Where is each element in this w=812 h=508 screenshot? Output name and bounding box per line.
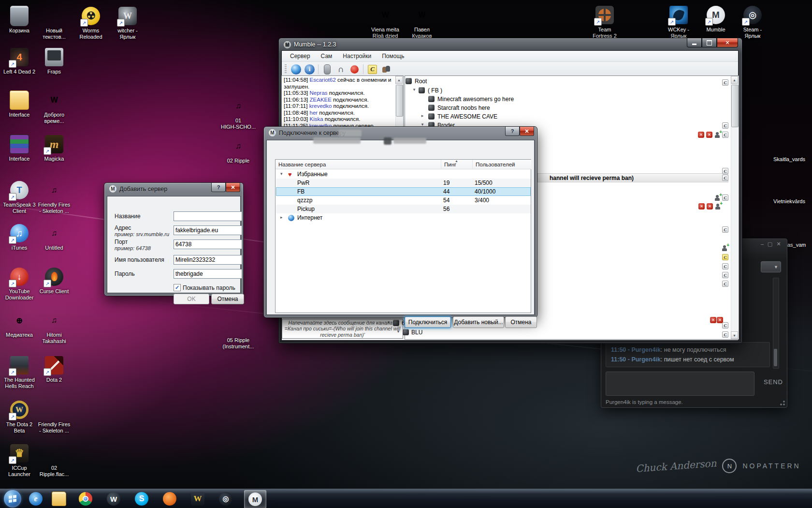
resize-grip[interactable] (780, 400, 785, 406)
occluded-desktop-icon-label[interactable]: as_vam (787, 242, 806, 248)
desktop-icon[interactable]: W ↗ Павел Кудаков (404, 5, 440, 39)
field-input[interactable] (174, 239, 242, 249)
server-name[interactable]: Избранные (297, 171, 328, 178)
server-row[interactable]: ▾ Избранные (276, 170, 531, 179)
taskbar-app-button[interactable]: S (131, 490, 152, 508)
desktop-icon[interactable]: ♫ ↗ Untitled (36, 223, 72, 251)
desktop-icon[interactable]: ↗ The Haunted Hells Reach (1, 355, 38, 389)
taskbar-app-button[interactable] (48, 490, 70, 508)
selected-channel-label[interactable]: hannel will recieve perma ban) (550, 175, 634, 181)
desktop-icon[interactable]: ♫ ↗ 01 HIGH-SCHO... (220, 96, 257, 130)
desktop-icon[interactable]: M ↗ Mumble (697, 5, 734, 33)
server-row[interactable]: FB 44 40/1000 (276, 187, 531, 196)
send-button[interactable]: SEND (764, 378, 783, 386)
maximize-button[interactable] (702, 38, 717, 47)
ok-button[interactable]: OK (174, 294, 209, 304)
record-icon[interactable] (350, 65, 359, 74)
desktop-icon[interactable]: W ↗ Viena meita Rīgā dzied (367, 5, 404, 39)
server-table[interactable]: Название сервера ▲Пинг Пользователей ▾ И… (275, 159, 531, 313)
desktop-icon[interactable]: ↗ Curse Client (36, 267, 72, 295)
taskbar-app-button[interactable] (159, 490, 180, 508)
server-name[interactable]: Интернет (297, 214, 322, 221)
column-header-name[interactable]: Название сервера (276, 160, 441, 169)
server-name[interactable]: FB (297, 188, 304, 195)
desktop-icon[interactable]: ↓ ↗ YouTube Downloader (1, 267, 38, 301)
mute-microphone-icon[interactable] (324, 64, 331, 75)
menu-item[interactable]: Настройки (337, 52, 377, 60)
desktop-icon[interactable]: ⊕ ↗ Медиатека (1, 310, 38, 338)
column-header-ping[interactable]: ▲Пинг (441, 160, 473, 169)
server-name[interactable]: qzzzp (297, 197, 312, 204)
desktop-icon[interactable]: 4 ↗ Left 4 Dead 2 (1, 47, 38, 75)
group-expand-icon[interactable]: ▾ (280, 171, 283, 176)
help-button[interactable]: ? (211, 183, 226, 192)
server-row[interactable]: Pickup 56 (276, 205, 531, 213)
close-button[interactable]: ✕ (717, 38, 738, 47)
desktop-icon[interactable]: ☢ ↗ Worms Reloaded (72, 6, 109, 40)
taskbar-app-button[interactable] (75, 490, 96, 508)
field-input[interactable] (174, 255, 242, 265)
server-row[interactable]: PwR 19 15/500 (276, 179, 531, 187)
taskbar-app-button[interactable]: W (187, 490, 208, 508)
maximize-icon[interactable]: ▢ (767, 241, 773, 247)
desktop-icon[interactable]: ♫ ↗ Friendly Fires - Skeleton ... (36, 180, 72, 214)
desktop-icon[interactable]: ↗ Interface (1, 90, 38, 118)
log-username-link[interactable]: ZEAKEE (310, 97, 332, 103)
close-icon[interactable]: ✕ (775, 241, 782, 247)
deafen-headphones-icon[interactable]: ∩ (336, 64, 346, 75)
desktop-icon[interactable]: W ↗ witcher - Ярлык (109, 6, 146, 40)
group-expand-icon[interactable]: ▸ (280, 215, 283, 220)
desktop-icon[interactable]: ↗ 02 Ripple.flac... (36, 443, 72, 478)
log-username-link[interactable]: Nepras (310, 90, 328, 96)
chat-options-dropdown[interactable]: ▼ (761, 261, 781, 272)
chat-scrollbar[interactable] (773, 278, 779, 369)
server-info-icon[interactable]: i (304, 64, 315, 75)
toolbar-grip[interactable] (285, 64, 287, 74)
desktop-icon[interactable]: ♫ ↗ 02 Ripple (220, 136, 257, 164)
taskbar-app-button[interactable]: W (103, 490, 124, 508)
desktop-icon[interactable]: ↗ Interface (1, 134, 38, 162)
desktop-icon[interactable]: ↗ Корзина (1, 6, 38, 34)
taskbar-app-button[interactable]: ◎ (215, 490, 236, 508)
desktop-icon[interactable]: 99 ↗ Fraps (36, 47, 72, 75)
desktop-icon[interactable]: T ↗ TeamSpeak 3 Client (1, 180, 38, 214)
server-name[interactable]: Pickup (297, 206, 315, 212)
desktop-icon[interactable]: ↗ Friendly Fires - Skeleton ... (36, 400, 72, 434)
menu-item[interactable]: Сам (316, 52, 338, 60)
desktop-icon[interactable]: ↗ WCKey - Ярлык (660, 5, 697, 39)
server-row[interactable]: ▸ Интернет (276, 213, 531, 222)
cancel-button[interactable]: Отмена (505, 316, 537, 328)
start-button[interactable] (4, 490, 21, 508)
help-button[interactable]: ? (505, 127, 520, 136)
chat-input[interactable] (606, 372, 754, 396)
log-username-link[interactable]: her (310, 110, 318, 116)
scrollbar-handle[interactable] (731, 85, 739, 127)
cancel-button[interactable]: Отмена (211, 294, 244, 304)
scroll-up-icon[interactable]: ▲ (395, 76, 403, 84)
scrollbar-handle[interactable] (774, 349, 777, 366)
minimize-button[interactable] (687, 38, 702, 47)
desktop-icon[interactable]: W ↗ The Dota 2 Beta (1, 400, 38, 434)
add-new-button[interactable]: Добавить новый... (453, 316, 504, 328)
comment-icon[interactable]: C (368, 65, 377, 74)
desktop-icon[interactable]: ↗ Vietniekvārds (771, 177, 808, 205)
tree-scrollbar[interactable]: ▲ ▼ (731, 76, 738, 339)
scroll-down-icon[interactable]: ▼ (731, 331, 738, 339)
desktop-icon[interactable]: ↗ Dota 2 (36, 355, 72, 383)
show-password-checkbox[interactable]: ✓ (174, 284, 181, 291)
desktop-icon[interactable]: m ↗ Magicka (36, 134, 72, 162)
close-button[interactable]: ✕ (226, 183, 240, 192)
scrollbar-handle[interactable] (396, 85, 403, 117)
desktop-icon[interactable]: ♛ ↗ ICCup Launcher (1, 443, 38, 478)
server-row[interactable]: qzzzp 54 3/400 (276, 196, 531, 205)
menu-item[interactable]: Помощь (377, 52, 409, 60)
desktop-icon[interactable]: ♫ ↗ Hitomi Takahashi (36, 310, 72, 344)
taskbar-app-button[interactable]: M (244, 490, 266, 508)
server-name[interactable]: PwR (297, 179, 309, 186)
field-input[interactable] (174, 225, 242, 235)
desktop-icon[interactable]: W ↗ Доброго време... (36, 90, 72, 124)
menu-item[interactable]: Сервер (285, 52, 316, 60)
desktop-icon[interactable]: ↗ Skaitla_vards (771, 134, 808, 163)
desktop-icon[interactable]: ↗ Новый текстов... (36, 6, 72, 40)
selected-channel-row[interactable]: hannel will recieve perma ban) (537, 173, 728, 182)
